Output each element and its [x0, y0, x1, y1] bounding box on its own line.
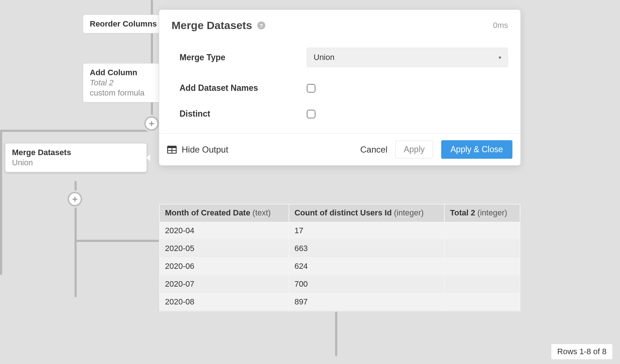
node-caption: Union — [12, 158, 140, 167]
cell — [445, 240, 520, 257]
cell: 700 — [289, 276, 444, 293]
apply-button[interactable]: Apply — [395, 141, 433, 158]
node-title: Merge Datasets — [12, 148, 140, 157]
cancel-button[interactable]: Cancel — [360, 145, 387, 155]
node-title: Reorder Columns — [90, 19, 160, 29]
merge-type-select[interactable]: Union ▾ — [307, 48, 508, 67]
apply-close-button[interactable]: Apply & Close — [441, 140, 512, 159]
column-type: (integer) — [478, 208, 507, 217]
add-dataset-names-label: Add Dataset Names — [180, 83, 307, 93]
cell — [445, 276, 520, 293]
panel-header: Merge Datasets ? 0ms — [159, 10, 520, 37]
cell: 17 — [289, 222, 444, 239]
connector-line — [0, 130, 152, 132]
column-name: Total 2 — [450, 208, 475, 217]
cell — [445, 222, 520, 239]
table-row: 2020-08 897 — [160, 294, 520, 311]
node-caption: custom formula — [90, 88, 160, 98]
output-header-row: Month of Created Date (text) Count of di… — [160, 205, 520, 222]
add-dataset-names-row: Add Dataset Names — [180, 83, 508, 93]
cell: 897 — [289, 294, 444, 311]
add-step-button[interactable]: + — [144, 116, 159, 131]
add-step-button[interactable]: + — [68, 192, 82, 206]
cell — [445, 258, 520, 275]
column-header[interactable]: Count of distinct Users Id (integer) — [289, 205, 444, 222]
node-title: Add Column — [90, 68, 160, 77]
cell: 2020-05 — [160, 240, 289, 257]
distinct-row: Distinct — [180, 109, 508, 119]
column-type: (integer) — [394, 208, 424, 217]
column-name: Count of distinct Users Id — [294, 208, 392, 217]
cell: 663 — [289, 240, 444, 257]
help-icon[interactable]: ? — [257, 21, 265, 29]
node-add-column[interactable]: Add Column Total 2 custom formula — [83, 63, 167, 102]
panel-footer: Hide Output Cancel Apply Apply & Close — [159, 133, 520, 165]
merge-type-value: Union — [314, 53, 334, 62]
hide-output-toggle[interactable]: Hide Output — [167, 145, 228, 155]
rows-count-badge: Rows 1-8 of 8 — [551, 344, 613, 360]
output-table: Month of Created Date (text) Count of di… — [159, 203, 521, 312]
chevron-down-icon: ▾ — [499, 54, 501, 60]
cell: 2020-04 — [160, 222, 289, 239]
execution-time: 0ms — [493, 21, 508, 30]
table-row: 2020-05 663 — [160, 240, 520, 257]
cell: 2020-06 — [160, 258, 289, 275]
column-name: Month of Created Date — [165, 208, 250, 217]
merge-datasets-panel: Merge Datasets ? 0ms Merge Type Union ▾ … — [159, 9, 521, 166]
column-type: (text) — [253, 208, 271, 217]
cell: 624 — [289, 258, 444, 275]
connector-line — [0, 130, 2, 275]
merge-type-row: Merge Type Union ▾ — [180, 48, 508, 67]
column-header[interactable]: Total 2 (integer) — [445, 205, 520, 222]
node-subtitle: Total 2 — [90, 78, 160, 88]
table-row: 2020-07 700 — [160, 276, 520, 293]
node-pointer — [146, 154, 150, 161]
distinct-label: Distinct — [180, 109, 307, 119]
node-reorder-columns[interactable]: Reorder Columns — [83, 15, 167, 33]
merge-type-label: Merge Type — [180, 53, 307, 62]
panel-body: Merge Type Union ▾ Add Dataset Names Dis… — [159, 37, 520, 133]
node-merge-datasets[interactable]: Merge Datasets Union — [5, 143, 147, 172]
cell: 2020-07 — [160, 276, 289, 293]
table-icon — [167, 146, 177, 154]
cell: 2020-08 — [160, 294, 289, 311]
table-row: 2020-06 624 — [160, 258, 520, 275]
distinct-checkbox[interactable] — [307, 110, 315, 118]
hide-output-label: Hide Output — [182, 145, 228, 155]
add-dataset-names-checkbox[interactable] — [307, 84, 315, 93]
table-row: 2020-04 17 — [160, 222, 520, 239]
cell — [445, 294, 520, 311]
panel-title: Merge Datasets — [172, 19, 252, 32]
column-header[interactable]: Month of Created Date (text) — [160, 205, 289, 222]
